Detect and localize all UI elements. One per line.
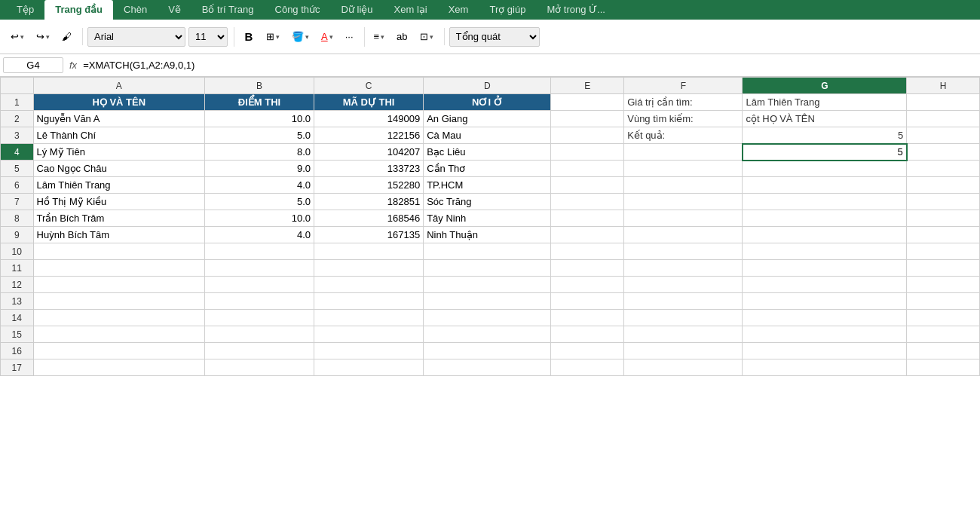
tab-xem-lai[interactable]: Xem lại xyxy=(384,0,438,20)
cell-c7[interactable]: 182851 xyxy=(314,194,424,210)
cell-a9[interactable]: Huỳnh Bích Tâm xyxy=(33,227,204,243)
redo-button[interactable]: ↪ ▾ xyxy=(32,28,54,45)
cell-f3[interactable]: Kết quả: xyxy=(624,127,743,144)
cell-d9[interactable]: Ninh Thuận xyxy=(424,227,551,243)
cell-a15[interactable] xyxy=(33,326,204,343)
cell-e12[interactable] xyxy=(551,277,624,293)
fill-color-button[interactable]: 🪣 ▾ xyxy=(287,28,314,45)
format-painter-button[interactable]: 🖌 xyxy=(57,28,76,45)
cell-c13[interactable] xyxy=(314,293,424,310)
cell-f10[interactable] xyxy=(624,243,743,260)
font-color-button[interactable]: A ▾ xyxy=(317,28,338,45)
cell-d5[interactable]: Cần Thơ xyxy=(424,161,551,177)
cell-h14[interactable] xyxy=(907,310,980,326)
borders-button[interactable]: ⊞ ▾ xyxy=(262,28,284,45)
formula-input[interactable] xyxy=(83,60,977,71)
cell-f5[interactable] xyxy=(624,161,743,177)
cell-d4[interactable]: Bạc Liêu xyxy=(424,144,551,161)
cell-g7[interactable] xyxy=(743,194,907,210)
cell-h13[interactable] xyxy=(907,293,980,310)
cell-h3[interactable] xyxy=(907,127,980,144)
align-button[interactable]: ≡ ▾ xyxy=(369,28,390,45)
cell-g14[interactable] xyxy=(743,310,907,326)
cell-e15[interactable] xyxy=(551,326,624,343)
cell-g13[interactable] xyxy=(743,293,907,310)
cell-g15[interactable] xyxy=(743,326,907,343)
cell-g10[interactable] xyxy=(743,243,907,260)
cell-f8[interactable] xyxy=(624,210,743,227)
cell-e3[interactable] xyxy=(551,127,624,144)
cell-c5[interactable]: 133723 xyxy=(314,161,424,177)
cell-c12[interactable] xyxy=(314,277,424,293)
cell-h4[interactable] xyxy=(907,144,980,161)
col-header-g[interactable]: G xyxy=(743,78,907,94)
cell-e1[interactable] xyxy=(551,94,624,111)
font-size-select[interactable]: 11 xyxy=(188,27,228,47)
font-family-select[interactable]: Arial xyxy=(87,27,185,47)
cell-e10[interactable] xyxy=(551,243,624,260)
tab-ve[interactable]: Vẽ xyxy=(158,0,191,20)
tab-du-lieu[interactable]: Dữ liệu xyxy=(331,0,384,20)
merge-button[interactable]: ⊡ ▾ xyxy=(415,28,438,45)
tab-mo-trong[interactable]: Mở trong Ứ... xyxy=(536,0,616,20)
col-header-a[interactable]: A xyxy=(33,78,204,94)
tab-cong-thuc[interactable]: Công thức xyxy=(265,0,331,20)
cell-c17[interactable] xyxy=(314,359,424,376)
cell-h5[interactable] xyxy=(907,161,980,177)
cell-a1[interactable]: HỌ VÀ TÊN xyxy=(33,94,204,111)
cell-c9[interactable]: 167135 xyxy=(314,227,424,243)
cell-f17[interactable] xyxy=(624,359,743,376)
tab-tro-giup[interactable]: Trợ giúp xyxy=(479,0,536,20)
cell-d17[interactable] xyxy=(424,359,551,376)
cell-d6[interactable]: TP.HCM xyxy=(424,177,551,194)
cell-g12[interactable] xyxy=(743,277,907,293)
cell-h16[interactable] xyxy=(907,343,980,359)
cell-f15[interactable] xyxy=(624,326,743,343)
cell-h8[interactable] xyxy=(907,210,980,227)
cell-h9[interactable] xyxy=(907,227,980,243)
cell-g8[interactable] xyxy=(743,210,907,227)
undo-button[interactable]: ↩ ▾ xyxy=(6,28,29,45)
cell-g16[interactable] xyxy=(743,343,907,359)
cell-d15[interactable] xyxy=(424,326,551,343)
col-header-c[interactable]: C xyxy=(314,78,424,94)
cell-b7[interactable]: 5.0 xyxy=(204,194,314,210)
cell-a6[interactable]: Lâm Thiên Trang xyxy=(33,177,204,194)
cell-g5[interactable] xyxy=(743,161,907,177)
cell-b5[interactable]: 9.0 xyxy=(204,161,314,177)
cell-f16[interactable] xyxy=(624,343,743,359)
cell-b15[interactable] xyxy=(204,326,314,343)
cell-d16[interactable] xyxy=(424,343,551,359)
cell-b13[interactable] xyxy=(204,293,314,310)
cell-h2[interactable] xyxy=(907,111,980,127)
cell-g6[interactable] xyxy=(743,177,907,194)
col-header-f[interactable]: F xyxy=(624,78,743,94)
more-button[interactable]: ··· xyxy=(341,28,358,45)
cell-d8[interactable]: Tây Ninh xyxy=(424,210,551,227)
tab-trang-dau[interactable]: Trang đầu xyxy=(44,0,113,20)
cell-b8[interactable]: 10.0 xyxy=(204,210,314,227)
cell-d7[interactable]: Sóc Trăng xyxy=(424,194,551,210)
col-header-b[interactable]: B xyxy=(204,78,314,94)
cell-e17[interactable] xyxy=(551,359,624,376)
tab-xem[interactable]: Xem xyxy=(438,0,479,20)
cell-d3[interactable]: Cà Mau xyxy=(424,127,551,144)
cell-b10[interactable] xyxy=(204,243,314,260)
cell-e8[interactable] xyxy=(551,210,624,227)
cell-a17[interactable] xyxy=(33,359,204,376)
cell-c10[interactable] xyxy=(314,243,424,260)
cell-g11[interactable] xyxy=(743,260,907,277)
cell-h15[interactable] xyxy=(907,326,980,343)
cell-b3[interactable]: 5.0 xyxy=(204,127,314,144)
cell-c1[interactable]: MÃ DỰ THI xyxy=(314,94,424,111)
cell-b11[interactable] xyxy=(204,260,314,277)
cell-g9[interactable] xyxy=(743,227,907,243)
cell-f6[interactable] xyxy=(624,177,743,194)
cell-c11[interactable] xyxy=(314,260,424,277)
cell-d12[interactable] xyxy=(424,277,551,293)
cell-b1[interactable]: ĐIỂM THI xyxy=(204,94,314,111)
cell-e7[interactable] xyxy=(551,194,624,210)
cell-b14[interactable] xyxy=(204,310,314,326)
cell-c14[interactable] xyxy=(314,310,424,326)
cell-b16[interactable] xyxy=(204,343,314,359)
